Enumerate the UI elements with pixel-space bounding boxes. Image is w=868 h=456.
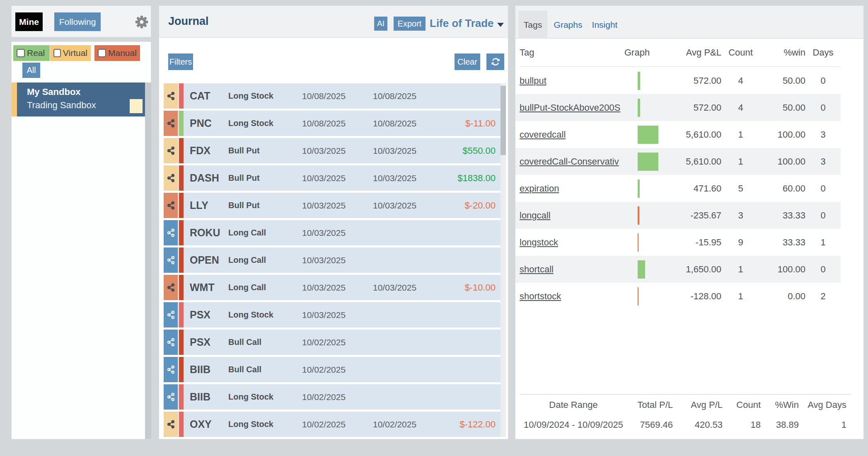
tab-insight[interactable]: Insight <box>589 11 620 39</box>
share-button[interactable] <box>164 412 178 437</box>
tag-link[interactable]: coveredCall-Conservativ <box>520 156 638 167</box>
trade-row[interactable]: CATLong Stock10/08/202510/08/2025 <box>164 83 500 109</box>
view-selector-dropdown[interactable]: Life of Trade <box>430 17 504 30</box>
trade-pnl: $1838.00 <box>457 173 496 184</box>
filter-chip-label: Manual <box>108 48 137 58</box>
tag-link[interactable]: shortcall <box>520 264 638 275</box>
filter-chip-virtual[interactable]: Virtual <box>50 45 91 61</box>
trade-status-bar <box>179 138 184 163</box>
checkbox-unchecked[interactable] <box>53 49 61 57</box>
trade-row[interactable]: PSXLong Stock10/03/2025 <box>164 302 500 327</box>
trade-row-body[interactable]: DASHBull Put10/03/202510/03/2025$1838.00 <box>178 165 500 191</box>
export-button[interactable]: Export <box>394 17 426 31</box>
share-icon <box>166 255 176 265</box>
tab-following[interactable]: Following <box>54 12 101 31</box>
trade-row-body[interactable]: LLYBull Put10/03/202510/03/2025$-20.00 <box>178 193 500 218</box>
gear-icon[interactable] <box>134 15 149 29</box>
trade-row-body[interactable]: OPENLong Call10/03/2025 <box>178 247 500 273</box>
summary-col-win: %Win <box>761 400 799 410</box>
trade-row-body[interactable]: FDXBull Put10/03/202510/03/2025$550.00 <box>178 138 500 163</box>
tag-link[interactable]: bullput <box>520 75 638 86</box>
tag-link[interactable]: longcall <box>520 210 638 221</box>
trade-open-date: 10/03/2025 <box>302 146 373 156</box>
tab-tags[interactable]: Tags <box>518 11 547 39</box>
trade-row[interactable]: OXYLong Stock10/02/202510/02/2025$-122.0… <box>164 412 500 437</box>
trade-close-date: 10/02/2025 <box>373 420 459 429</box>
trade-pnl: $-11.00 <box>465 118 496 129</box>
sidebar-scrollbar[interactable] <box>145 82 151 439</box>
tag-link[interactable]: longstock <box>520 237 638 248</box>
trade-row[interactable]: BIIBLong Stock10/02/2025 <box>164 384 500 410</box>
trade-row[interactable]: PNCLong Stock10/08/202510/08/2025$-11.00 <box>164 111 500 136</box>
tag-row: coveredCall-Conservativ5,610.001100.003 <box>515 148 841 175</box>
trade-row-body[interactable]: BIIBBull Call10/02/2025 <box>178 357 500 382</box>
trade-row[interactable]: DASHBull Put10/03/202510/03/2025$1838.00 <box>164 165 500 191</box>
trade-status-bar <box>179 83 184 109</box>
share-button[interactable] <box>164 330 178 355</box>
share-button[interactable] <box>164 384 178 410</box>
checkbox-unchecked[interactable] <box>17 49 25 57</box>
trade-row[interactable]: WMTLong Call10/03/202510/03/2025$-10.00 <box>164 275 500 300</box>
trade-row[interactable]: ROKULong Call10/03/2025 <box>164 220 500 245</box>
tag-avg-pnl: 5,610.00 <box>658 129 721 140</box>
tag-graph-bar <box>638 179 640 198</box>
filter-chip-manual[interactable]: Manual <box>94 45 140 61</box>
share-button[interactable] <box>164 138 178 163</box>
share-button[interactable] <box>164 357 178 382</box>
share-button[interactable] <box>164 275 178 300</box>
checkbox-unchecked[interactable] <box>98 49 106 57</box>
trade-pnl: $550.00 <box>462 146 496 156</box>
sidebar-item-my-sandbox[interactable]: My Sandbox Trading Sandbox <box>12 82 145 116</box>
share-button[interactable] <box>164 302 178 327</box>
trade-row[interactable]: OPENLong Call10/03/2025 <box>164 247 500 273</box>
trade-row-body[interactable]: CATLong Stock10/08/202510/08/2025 <box>178 83 500 109</box>
ai-button[interactable]: AI <box>374 17 387 31</box>
tag-link[interactable]: expiration <box>520 183 638 194</box>
trade-symbol: WMT <box>190 281 228 293</box>
tag-count: 5 <box>721 183 760 194</box>
tab-mine[interactable]: Mine <box>15 12 43 31</box>
share-button[interactable] <box>164 193 178 218</box>
filter-chip-real[interactable]: Real <box>13 45 50 61</box>
trade-row-body[interactable]: ROKULong Call10/03/2025 <box>178 220 500 245</box>
tag-days: 3 <box>805 156 841 167</box>
tab-graphs[interactable]: Graphs <box>554 11 583 39</box>
share-button[interactable] <box>164 165 178 191</box>
share-button[interactable] <box>164 83 178 109</box>
trade-strategy: Long Call <box>228 255 302 265</box>
trade-row-body[interactable]: PSXLong Stock10/03/2025 <box>178 302 500 327</box>
trade-row[interactable]: PSXBull Call10/02/2025 <box>164 330 500 355</box>
tag-count: 3 <box>721 210 760 221</box>
clear-button[interactable]: Clear <box>455 53 480 70</box>
trade-row-body[interactable]: BIIBLong Stock10/02/2025 <box>178 384 500 410</box>
tag-graph-bar <box>638 233 638 252</box>
filter-all-button[interactable]: All <box>22 63 40 78</box>
tag-link[interactable]: coveredcall <box>520 129 638 140</box>
col-days: Days <box>805 47 841 58</box>
trade-symbol: BIIB <box>190 391 228 403</box>
trade-open-date: 10/02/2025 <box>302 420 373 429</box>
trade-row[interactable]: BIIBBull Call10/02/2025 <box>164 357 500 382</box>
share-button[interactable] <box>164 247 178 273</box>
summary-date-range: 10/09/2024 - 10/09/2025 <box>520 420 627 430</box>
summary-col-total-pl: Total P/L <box>627 400 673 410</box>
share-icon <box>166 420 176 429</box>
tags-panel-header: Tags Graphs Insight <box>515 6 863 39</box>
trade-row[interactable]: FDXBull Put10/03/202510/03/2025$550.00 <box>164 138 500 163</box>
share-button[interactable] <box>164 111 178 136</box>
share-icon <box>166 283 176 292</box>
trade-strategy: Bull Put <box>228 201 302 210</box>
share-icon <box>166 91 176 101</box>
journal-scrollbar-thumb[interactable] <box>500 86 506 155</box>
trade-row-body[interactable]: PNCLong Stock10/08/202510/08/2025$-11.00 <box>178 111 500 136</box>
trade-row-body[interactable]: OXYLong Stock10/02/202510/02/2025$-122.0… <box>178 412 500 437</box>
trade-row[interactable]: LLYBull Put10/03/202510/03/2025$-20.00 <box>164 193 500 218</box>
tag-link[interactable]: bullPut-StockAbove200S <box>520 102 638 113</box>
refresh-button[interactable] <box>486 53 504 70</box>
trade-row-body[interactable]: PSXBull Call10/02/2025 <box>178 330 500 355</box>
tag-graph-cell <box>638 256 658 283</box>
filters-button[interactable]: Filters <box>168 53 193 70</box>
tag-link[interactable]: shortstock <box>520 291 638 302</box>
share-button[interactable] <box>164 220 178 245</box>
trade-row-body[interactable]: WMTLong Call10/03/202510/03/2025$-10.00 <box>178 275 500 300</box>
